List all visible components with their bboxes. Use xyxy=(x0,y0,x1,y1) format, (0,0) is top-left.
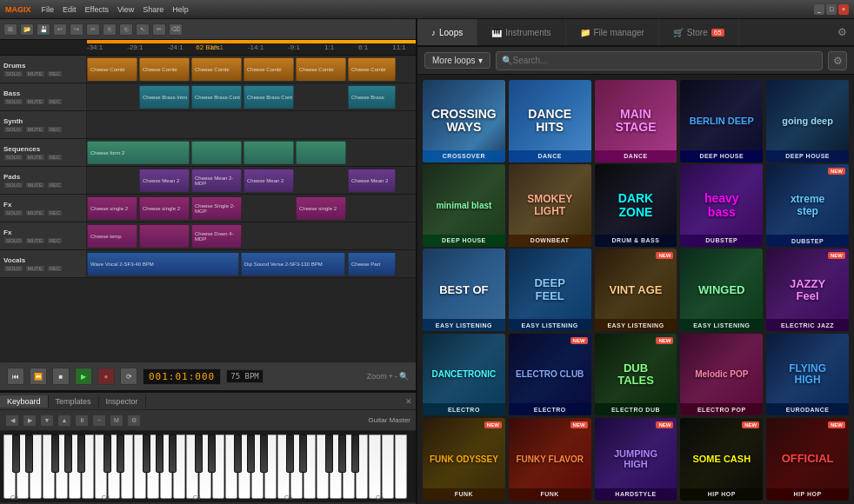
mute-btn[interactable]: MUTE xyxy=(25,237,45,244)
album-card[interactable]: Melodic POPELECTRO POP xyxy=(680,334,763,416)
solo-btn[interactable]: SOLO xyxy=(3,126,23,133)
black-key[interactable] xyxy=(117,434,124,473)
album-card[interactable]: DANCETRONICELECTRO xyxy=(423,334,505,416)
black-key[interactable] xyxy=(51,434,59,473)
track-content-fx8[interactable]: Cheese single 2 Cheese single 2 Cheese S… xyxy=(87,195,416,222)
album-card[interactable]: NEWDUB TALESELECTRO DUB xyxy=(595,334,677,416)
album-card[interactable]: NEWFUNKY FLAVORFUNK xyxy=(509,418,591,501)
tab-inspector[interactable]: Inspector xyxy=(99,395,146,408)
maximize-button[interactable]: □ xyxy=(826,4,837,15)
track-clip[interactable]: Cheese Combi xyxy=(348,57,396,81)
toolbar-open[interactable]: 📂 xyxy=(20,23,34,36)
toolbar-copy[interactable]: ⎘ xyxy=(103,23,117,36)
solo-btn[interactable]: SOLO xyxy=(3,98,23,105)
kb-vel-up[interactable]: ▲ xyxy=(57,414,71,427)
kb-oct-up[interactable]: ▶ xyxy=(23,414,37,427)
rec-btn[interactable]: REC xyxy=(47,70,63,77)
kb-mod[interactable]: M xyxy=(110,414,123,427)
rec-btn[interactable]: REC xyxy=(47,98,63,105)
album-card[interactable]: NEWJAZZY FeelELECTRIC JAZZ xyxy=(766,249,849,331)
solo-btn[interactable]: SOLO xyxy=(3,154,23,161)
tab-templates[interactable]: Templates xyxy=(49,395,99,408)
black-key[interactable] xyxy=(286,434,294,473)
track-clip[interactable]: Cheese Combi xyxy=(244,57,294,81)
kb-pitch[interactable]: ~ xyxy=(92,414,106,427)
kb-oct-down[interactable]: ◀ xyxy=(5,414,19,427)
track-clip[interactable]: Cheese Mean 2 xyxy=(139,169,190,192)
keyboard-close-button[interactable]: ✕ xyxy=(405,397,412,406)
menu-share[interactable]: Share xyxy=(139,4,167,15)
loop-button[interactable]: ⟳ xyxy=(120,368,137,385)
track-clip[interactable]: Cheese form 2 xyxy=(87,141,190,164)
track-content-sequences[interactable]: Cheese form 2 xyxy=(87,139,416,166)
track-clip[interactable]: Cheese single 2 xyxy=(87,196,137,220)
track-clip[interactable]: Cheese Brass xyxy=(348,85,396,109)
album-card[interactable]: heavy bassDUBSTEP xyxy=(680,164,763,247)
mute-btn[interactable]: MUTE xyxy=(25,70,45,77)
play-button[interactable]: ▶ xyxy=(75,368,92,385)
album-card[interactable]: NEWSOME CASHHIP HOP xyxy=(680,418,763,501)
track-clip[interactable]: Cheese Down 4-MDP xyxy=(191,224,242,248)
search-input[interactable] xyxy=(512,56,817,65)
menu-edit[interactable]: Edit xyxy=(59,4,80,15)
kb-settings[interactable]: ⚙ xyxy=(127,414,141,427)
loops-dropdown[interactable]: More loops ▾ xyxy=(424,52,490,69)
white-key[interactable] xyxy=(369,434,381,499)
toolbar-paste[interactable]: ⎗ xyxy=(119,23,133,36)
track-clip[interactable] xyxy=(191,141,242,164)
toolbar-undo[interactable]: ↩ xyxy=(53,23,67,36)
menu-effects[interactable]: Effects xyxy=(82,4,112,15)
bpm-value[interactable]: 75 xyxy=(230,372,240,381)
track-clip[interactable]: Cheese Combi xyxy=(87,57,137,81)
track-clip[interactable]: Wave Vocal 2-SF3-40 BPM xyxy=(87,252,239,275)
album-card[interactable]: BERLIN DEEPDEEP HOUSE xyxy=(680,80,763,162)
white-key[interactable] xyxy=(382,434,394,499)
black-key[interactable] xyxy=(234,434,242,473)
record-button[interactable]: ● xyxy=(97,368,115,385)
track-clip[interactable]: Cheese temp xyxy=(87,224,137,248)
solo-btn[interactable]: SOLO xyxy=(3,70,23,77)
black-key[interactable] xyxy=(143,434,150,473)
track-content-synth[interactable] xyxy=(87,111,416,138)
album-card[interactable]: MAIN STAGEDANCE xyxy=(595,80,677,162)
filter-button[interactable]: ⚙ xyxy=(828,51,847,70)
toolbar-cut[interactable]: ✂ xyxy=(86,23,100,36)
toolbar-pointer[interactable]: ↖ xyxy=(136,23,150,36)
solo-btn[interactable]: SOLO xyxy=(3,209,23,216)
toolbar-redo[interactable]: ↪ xyxy=(70,23,83,36)
black-key[interactable] xyxy=(77,434,85,473)
album-card[interactable]: BEST OFEASY LISTENING xyxy=(423,249,505,331)
track-content-vocals[interactable]: Wave Vocal 2-SF3-40 BPM Dip Sound Verse … xyxy=(87,250,416,277)
kb-vel-down[interactable]: ▼ xyxy=(40,414,54,427)
track-clip[interactable] xyxy=(244,141,294,164)
mute-btn[interactable]: MUTE xyxy=(25,265,45,272)
album-card[interactable]: NEWJUMPING HIGHHARDSTYLE xyxy=(595,418,677,501)
album-card[interactable]: NEWFUNK ODYSSEYFUNK xyxy=(423,418,505,501)
album-card[interactable]: FLYING HIGHEURODANCE xyxy=(766,334,849,416)
tab-instruments[interactable]: 🎹 Instruments xyxy=(477,19,565,45)
track-clip[interactable] xyxy=(139,224,190,248)
prev-button[interactable]: ⏪ xyxy=(30,368,47,385)
rec-btn[interactable]: REC xyxy=(47,182,63,189)
tab-loops[interactable]: ♪ Loops xyxy=(417,19,477,45)
track-clip[interactable]: Dip Sound Verse 2-SF3-130 BPM xyxy=(241,252,345,275)
rec-btn[interactable]: REC xyxy=(47,237,63,244)
kb-sustain[interactable]: ⏸ xyxy=(75,414,89,427)
black-key[interactable] xyxy=(247,434,255,473)
album-card[interactable]: WINGEDEASY LISTENING xyxy=(680,249,763,331)
track-clip[interactable]: Cheese Brass Cont xyxy=(244,85,294,109)
track-clip[interactable]: Cheese Mean 2 xyxy=(348,169,396,192)
minimize-button[interactable]: _ xyxy=(814,4,824,15)
track-content-drums[interactable]: Cheese Combi Cheese Combi Cheese Combi C… xyxy=(87,56,416,83)
track-clip[interactable]: Cheese Part xyxy=(348,252,396,275)
search-input-wrap[interactable]: 🔍 xyxy=(496,51,823,70)
black-key[interactable] xyxy=(195,434,203,473)
white-key[interactable] xyxy=(395,434,407,499)
black-key[interactable] xyxy=(25,434,33,473)
mute-btn[interactable]: MUTE xyxy=(25,126,45,133)
track-content-fx10[interactable]: Cheese temp Cheese Down 4-MDP xyxy=(87,222,416,249)
track-clip[interactable]: Cheese Brass Cont xyxy=(191,85,242,109)
track-clip[interactable]: Cheese Combi xyxy=(191,57,242,81)
zoom-out-button[interactable]: - xyxy=(395,372,397,381)
piano-keyboard[interactable]: C2 C3 C4 C5 C6 xyxy=(0,431,416,502)
